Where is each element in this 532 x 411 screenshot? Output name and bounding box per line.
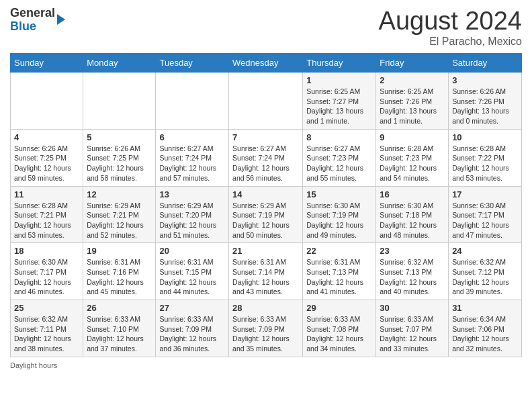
day-number: 1	[306, 75, 372, 85]
day-info: Sunrise: 6:25 AMSunset: 7:26 PMDaylight:…	[380, 87, 445, 126]
day-number: 21	[232, 246, 299, 256]
calendar-cell: 9Sunrise: 6:28 AMSunset: 7:23 PMDaylight…	[376, 129, 449, 186]
header-day-monday: Monday	[83, 54, 156, 73]
calendar-cell: 19Sunrise: 6:31 AMSunset: 7:16 PMDayligh…	[83, 243, 156, 300]
day-number: 11	[14, 189, 79, 199]
day-number: 30	[380, 303, 445, 313]
day-number: 28	[232, 303, 299, 313]
calendar-cell: 29Sunrise: 6:33 AMSunset: 7:08 PMDayligh…	[303, 300, 376, 357]
day-info: Sunrise: 6:29 AMSunset: 7:19 PMDaylight:…	[232, 201, 299, 240]
calendar-cell: 20Sunrise: 6:31 AMSunset: 7:15 PMDayligh…	[156, 243, 229, 300]
calendar-week-row: 11Sunrise: 6:28 AMSunset: 7:21 PMDayligh…	[11, 186, 522, 243]
calendar-cell: 25Sunrise: 6:32 AMSunset: 7:11 PMDayligh…	[11, 300, 83, 357]
header-day-tuesday: Tuesday	[156, 54, 229, 73]
day-info: Sunrise: 6:25 AMSunset: 7:27 PMDaylight:…	[306, 87, 372, 126]
calendar-cell: 2Sunrise: 6:25 AMSunset: 7:26 PMDaylight…	[376, 73, 449, 130]
month-title: August 2024	[379, 7, 522, 36]
calendar-cell: 11Sunrise: 6:28 AMSunset: 7:21 PMDayligh…	[11, 186, 83, 243]
day-number: 17	[452, 189, 518, 199]
day-number: 24	[452, 246, 518, 256]
day-number: 13	[159, 189, 225, 199]
day-info: Sunrise: 6:26 AMSunset: 7:25 PMDaylight:…	[14, 144, 79, 183]
day-number: 14	[232, 189, 299, 199]
calendar-cell: 18Sunrise: 6:30 AMSunset: 7:17 PMDayligh…	[11, 243, 83, 300]
day-info: Sunrise: 6:30 AMSunset: 7:17 PMDaylight:…	[452, 201, 518, 240]
day-info: Sunrise: 6:30 AMSunset: 7:17 PMDaylight:…	[14, 257, 79, 297]
header-day-thursday: Thursday	[303, 54, 376, 73]
day-number: 20	[159, 246, 225, 256]
day-number: 2	[380, 75, 445, 85]
header-day-saturday: Saturday	[449, 54, 522, 73]
daylight-label: Daylight hours	[10, 361, 57, 369]
calendar-week-row: 1Sunrise: 6:25 AMSunset: 7:27 PMDaylight…	[11, 73, 522, 130]
day-info: Sunrise: 6:33 AMSunset: 7:09 PMDaylight:…	[232, 314, 299, 354]
day-number: 18	[14, 246, 79, 256]
calendar-cell: 15Sunrise: 6:30 AMSunset: 7:19 PMDayligh…	[303, 186, 376, 243]
calendar-cell: 24Sunrise: 6:32 AMSunset: 7:12 PMDayligh…	[449, 243, 522, 300]
calendar-cell: 21Sunrise: 6:31 AMSunset: 7:14 PMDayligh…	[229, 243, 303, 300]
day-info: Sunrise: 6:33 AMSunset: 7:07 PMDaylight:…	[380, 314, 445, 354]
header: General Blue August 2024 El Paracho, Mex…	[10, 7, 522, 48]
calendar-cell: 14Sunrise: 6:29 AMSunset: 7:19 PMDayligh…	[229, 186, 303, 243]
calendar-week-row: 18Sunrise: 6:30 AMSunset: 7:17 PMDayligh…	[11, 243, 522, 300]
day-info: Sunrise: 6:31 AMSunset: 7:15 PMDaylight:…	[159, 257, 225, 297]
day-number: 22	[306, 246, 372, 256]
day-number: 23	[380, 246, 445, 256]
logo-text: General Blue	[10, 7, 55, 34]
day-number: 15	[306, 189, 372, 199]
calendar-cell: 4Sunrise: 6:26 AMSunset: 7:25 PMDaylight…	[11, 129, 83, 186]
calendar-cell: 16Sunrise: 6:30 AMSunset: 7:18 PMDayligh…	[376, 186, 449, 243]
day-number: 5	[87, 132, 152, 142]
footer: Daylight hours	[10, 361, 522, 369]
calendar-cell: 22Sunrise: 6:31 AMSunset: 7:13 PMDayligh…	[303, 243, 376, 300]
day-info: Sunrise: 6:27 AMSunset: 7:23 PMDaylight:…	[306, 144, 372, 183]
day-info: Sunrise: 6:26 AMSunset: 7:26 PMDaylight:…	[452, 87, 518, 126]
calendar-cell	[229, 73, 303, 130]
day-number: 10	[452, 132, 518, 142]
day-info: Sunrise: 6:30 AMSunset: 7:18 PMDaylight:…	[380, 201, 445, 240]
calendar-cell: 10Sunrise: 6:28 AMSunset: 7:22 PMDayligh…	[449, 129, 522, 186]
day-info: Sunrise: 6:26 AMSunset: 7:25 PMDaylight:…	[87, 144, 152, 183]
day-info: Sunrise: 6:31 AMSunset: 7:14 PMDaylight:…	[232, 257, 299, 297]
day-info: Sunrise: 6:32 AMSunset: 7:11 PMDaylight:…	[14, 314, 79, 354]
day-info: Sunrise: 6:34 AMSunset: 7:06 PMDaylight:…	[452, 314, 518, 354]
calendar-table: SundayMondayTuesdayWednesdayThursdayFrid…	[10, 53, 522, 357]
calendar-cell: 27Sunrise: 6:33 AMSunset: 7:09 PMDayligh…	[156, 300, 229, 357]
day-number: 29	[306, 303, 372, 313]
day-info: Sunrise: 6:33 AMSunset: 7:10 PMDaylight:…	[87, 314, 152, 354]
title-area: August 2024 El Paracho, Mexico	[379, 7, 522, 48]
day-number: 25	[14, 303, 79, 313]
calendar-cell: 28Sunrise: 6:33 AMSunset: 7:09 PMDayligh…	[229, 300, 303, 357]
calendar-cell: 17Sunrise: 6:30 AMSunset: 7:17 PMDayligh…	[449, 186, 522, 243]
day-info: Sunrise: 6:32 AMSunset: 7:13 PMDaylight:…	[380, 257, 445, 297]
calendar-cell: 8Sunrise: 6:27 AMSunset: 7:23 PMDaylight…	[303, 129, 376, 186]
calendar-cell: 5Sunrise: 6:26 AMSunset: 7:25 PMDaylight…	[83, 129, 156, 186]
day-number: 6	[159, 132, 225, 142]
logo-general: General	[10, 6, 55, 19]
day-number: 3	[452, 75, 518, 85]
day-number: 7	[232, 132, 299, 142]
calendar-week-row: 4Sunrise: 6:26 AMSunset: 7:25 PMDaylight…	[11, 129, 522, 186]
day-info: Sunrise: 6:32 AMSunset: 7:12 PMDaylight:…	[452, 257, 518, 297]
day-info: Sunrise: 6:30 AMSunset: 7:19 PMDaylight:…	[306, 201, 372, 240]
header-day-friday: Friday	[376, 54, 449, 73]
logo-arrow-icon	[57, 14, 65, 25]
calendar-week-row: 25Sunrise: 6:32 AMSunset: 7:11 PMDayligh…	[11, 300, 522, 357]
calendar-cell	[156, 73, 229, 130]
day-info: Sunrise: 6:33 AMSunset: 7:09 PMDaylight:…	[159, 314, 225, 354]
header-day-wednesday: Wednesday	[229, 54, 303, 73]
day-number: 8	[306, 132, 372, 142]
header-day-sunday: Sunday	[11, 54, 83, 73]
logo: General Blue	[10, 7, 65, 34]
day-info: Sunrise: 6:27 AMSunset: 7:24 PMDaylight:…	[159, 144, 225, 183]
logo-blue: Blue	[10, 19, 36, 33]
location-title: El Paracho, Mexico	[379, 36, 522, 48]
day-info: Sunrise: 6:29 AMSunset: 7:21 PMDaylight:…	[87, 201, 152, 240]
day-info: Sunrise: 6:28 AMSunset: 7:21 PMDaylight:…	[14, 201, 79, 240]
calendar-cell: 3Sunrise: 6:26 AMSunset: 7:26 PMDaylight…	[449, 73, 522, 130]
day-number: 27	[159, 303, 225, 313]
day-info: Sunrise: 6:27 AMSunset: 7:24 PMDaylight:…	[232, 144, 299, 183]
day-number: 26	[87, 303, 152, 313]
day-number: 31	[452, 303, 518, 313]
calendar-cell: 31Sunrise: 6:34 AMSunset: 7:06 PMDayligh…	[449, 300, 522, 357]
